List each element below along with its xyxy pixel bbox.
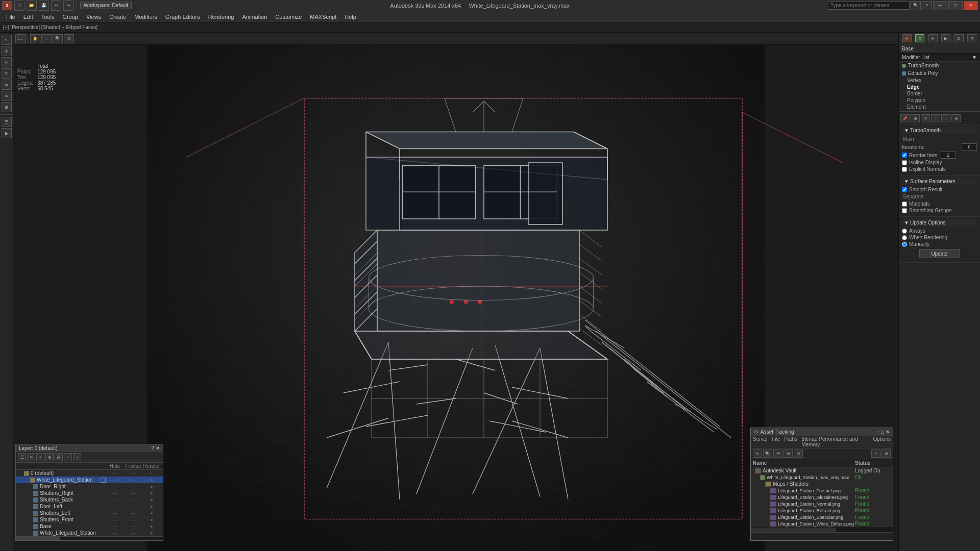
- layer-row-shutters-back[interactable]: Shutters_Back --- --- ●: [16, 496, 163, 503]
- modifier-polygon[interactable]: Polygon: [899, 97, 980, 104]
- menu-customize[interactable]: Customize: [271, 13, 306, 21]
- modifier-border[interactable]: Border: [899, 90, 980, 97]
- turbosmooth-header[interactable]: ▼ TurboSmooth: [902, 127, 977, 134]
- modifier-turbosmoothitem[interactable]: TurboSmooth: [899, 62, 980, 69]
- utility-tab-icon[interactable]: ⚒: [967, 34, 976, 42]
- layer-new-btn[interactable]: ☰: [18, 453, 26, 461]
- menu-help[interactable]: Help: [340, 13, 360, 21]
- isoline-checkbox[interactable]: [902, 160, 907, 165]
- menu-edit[interactable]: Edit: [19, 13, 37, 21]
- asset-menu-bitmap[interactable]: Bitmap Performance and Memory: [801, 436, 869, 447]
- redo-button[interactable]: ↪: [63, 1, 74, 11]
- asset-panel-header[interactable]: ⚙ Asset Tracking ─ □ ✕: [751, 428, 893, 436]
- menu-views[interactable]: Views: [82, 13, 105, 21]
- asset-help-btn[interactable]: ?: [871, 449, 880, 458]
- minimize-button[interactable]: ─: [933, 1, 947, 10]
- search-input[interactable]: [828, 2, 910, 10]
- asset-expand-btn[interactable]: ⊡: [794, 449, 803, 458]
- when-rendering-radio[interactable]: [902, 235, 907, 240]
- modifier-list-header[interactable]: Modifier List ▼: [899, 54, 980, 62]
- motion-tab-icon[interactable]: ▶: [941, 34, 950, 42]
- move-down-icon[interactable]: ↓: [941, 114, 950, 122]
- asset-find-btn[interactable]: 🔍: [763, 449, 772, 458]
- asset-row-refract[interactable]: Lifeguard_Station_Refract.png Found: [751, 507, 893, 514]
- layer-link-btn[interactable]: ⛓: [55, 453, 63, 461]
- search-icon[interactable]: 🔍: [911, 1, 921, 10]
- zoom-icon[interactable]: 🔍: [53, 34, 63, 43]
- save-button[interactable]: 💾: [39, 1, 49, 11]
- layer-panel-header[interactable]: Layer: 0 (default) ? ✕: [16, 444, 163, 452]
- menu-modifiers[interactable]: Modifiers: [130, 13, 161, 21]
- always-radio[interactable]: [902, 229, 907, 234]
- menu-tools[interactable]: Tools: [37, 13, 59, 21]
- help-icon[interactable]: ?: [922, 1, 932, 10]
- display-tab-icon[interactable]: ⊡: [954, 34, 964, 42]
- asset-row-glossiness[interactable]: Lifeguard_Station_Glossiness.png Found: [751, 494, 893, 500]
- pan-icon[interactable]: ✋: [30, 34, 40, 43]
- asset-menu-file[interactable]: File: [772, 436, 780, 447]
- pin-icon[interactable]: 📌: [900, 114, 910, 122]
- asset-menu-paths[interactable]: Paths: [785, 436, 798, 447]
- asset-grid-btn[interactable]: ⊞: [783, 449, 793, 458]
- asset-row-normal[interactable]: Lifeguard_Station_Normal.png Found: [751, 500, 893, 507]
- asset-settings-btn[interactable]: ⚙: [881, 449, 891, 458]
- menu-create[interactable]: Create: [105, 13, 130, 21]
- viewport-maximize-icon[interactable]: ⛶: [15, 34, 26, 43]
- close-button[interactable]: ✕: [964, 1, 978, 10]
- render-tool[interactable]: ▶: [2, 128, 12, 138]
- layer-obj-btn[interactable]: ↓: [73, 453, 81, 461]
- workspace-dropdown[interactable]: Workspace: Default: [80, 2, 132, 9]
- open-button[interactable]: 📂: [27, 1, 37, 11]
- update-button[interactable]: Update: [919, 249, 960, 258]
- layer-manager-tool[interactable]: ☰: [2, 117, 12, 127]
- layer-minimize-btn[interactable]: ?: [151, 445, 154, 451]
- menu-rendering[interactable]: Rendering: [204, 13, 238, 21]
- undo-button[interactable]: ↩: [51, 1, 61, 11]
- layer-unlink-btn[interactable]: ↑: [64, 453, 72, 461]
- zoom-all-icon[interactable]: ⊡: [64, 34, 74, 43]
- move-up-icon[interactable]: ↑: [931, 114, 940, 122]
- asset-menu-server[interactable]: Server: [753, 436, 768, 447]
- layer-add-btn[interactable]: +: [36, 453, 44, 461]
- asset-close-btn[interactable]: ✕: [886, 429, 890, 435]
- modifier-element[interactable]: Element: [899, 104, 980, 110]
- layer-expand-btn[interactable]: ⊕: [45, 453, 54, 461]
- layer-row-base[interactable]: Base --- --- ●: [16, 523, 163, 530]
- modify-tab-icon[interactable]: ⚙: [915, 34, 924, 42]
- render-iters-checkbox[interactable]: [902, 153, 907, 158]
- delete-mod-icon[interactable]: ✕: [921, 114, 930, 122]
- layer-row-door-right[interactable]: Door_Right --- --- ●: [16, 483, 163, 490]
- maximize-button[interactable]: □: [948, 1, 963, 10]
- layer-scrollbar[interactable]: [16, 536, 163, 540]
- menu-graph-editors[interactable]: Graph Editors: [161, 13, 204, 21]
- asset-menu-options[interactable]: Options: [873, 436, 891, 447]
- layer-row-wls[interactable]: White_Lifeguard_Station --- --- ●: [16, 530, 163, 536]
- asset-list-btn[interactable]: ☰: [773, 449, 782, 458]
- asset-row-maps[interactable]: Maps / Shaders: [751, 481, 893, 487]
- create-tab-icon[interactable]: ✦: [902, 34, 912, 42]
- layer-row-shutters-right[interactable]: Shutters_Right --- --- ●: [16, 490, 163, 496]
- menu-maxscript[interactable]: MAXScript: [306, 13, 340, 21]
- explicit-normals-checkbox[interactable]: [902, 167, 907, 172]
- rotate-tool[interactable]: ↻: [2, 57, 12, 67]
- new-button[interactable]: □: [14, 1, 24, 11]
- materials-checkbox[interactable]: [902, 202, 907, 207]
- smooth-result-checkbox[interactable]: [902, 187, 907, 192]
- asset-maximize-btn[interactable]: □: [881, 429, 884, 435]
- surface-params-header[interactable]: ▼ Surface Parameters: [902, 178, 977, 185]
- hierarchy-tab-icon[interactable]: H: [928, 34, 938, 42]
- asset-minimize-btn[interactable]: ─: [876, 429, 879, 435]
- modifier-vertex[interactable]: Vertex: [899, 77, 980, 84]
- layer-row-shutters-front[interactable]: Shutters_Front --- --- ●: [16, 516, 163, 523]
- layer-row-shutters-left[interactable]: Shutters_Left --- --- ●: [16, 510, 163, 516]
- layer-close-btn[interactable]: ✕: [156, 445, 160, 451]
- menu-file[interactable]: File: [2, 13, 19, 21]
- layer-row-door-left[interactable]: Door_Left --- --- ●: [16, 503, 163, 510]
- modifier-editablepoly[interactable]: Editable Poly: [899, 69, 980, 77]
- asset-row-vault[interactable]: Autodesk Vault Logged Ou: [751, 467, 893, 474]
- menu-animation[interactable]: Animation: [238, 13, 271, 21]
- layer-row-station[interactable]: White_Lifeguard_Station --- --- ●: [16, 477, 163, 483]
- update-options-header[interactable]: ▼ Update Options: [902, 219, 977, 227]
- layer-delete-btn[interactable]: ✕: [27, 453, 35, 461]
- layer-row-default[interactable]: 0 (default) --- --- ---: [16, 470, 163, 477]
